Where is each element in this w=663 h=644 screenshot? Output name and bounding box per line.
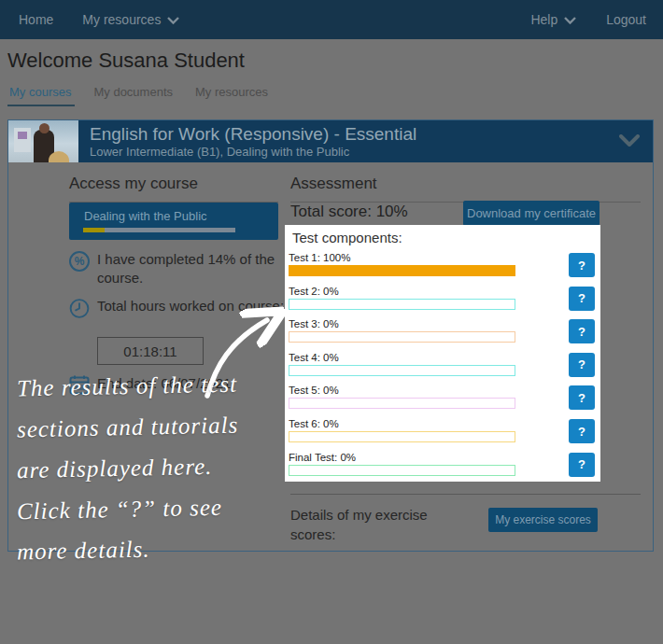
hours-value-box: 01:18:11 <box>97 337 204 365</box>
percent-icon: % <box>69 251 90 272</box>
assessment-divider <box>290 494 641 495</box>
test-row: Test 4: 0%? <box>289 352 597 384</box>
nav-home[interactable]: Home <box>19 12 53 27</box>
test-progress-bar <box>289 431 515 442</box>
test-label: Test 4: 0% <box>289 352 597 363</box>
chevron-down-icon <box>167 12 179 27</box>
collapse-chevron-icon[interactable] <box>619 133 640 150</box>
help-button[interactable]: ? <box>569 287 595 311</box>
page-title: Welcome Susana Student <box>7 49 245 73</box>
top-navbar: Home My resources Help Logout <box>0 0 663 39</box>
test-row: Test 1: 100%? <box>289 252 597 284</box>
test-label: Test 3: 0% <box>289 318 597 329</box>
test-label: Test 6: 0% <box>289 418 597 429</box>
tab-my-documents[interactable]: My documents <box>93 85 173 112</box>
help-button[interactable]: ? <box>569 353 595 377</box>
tab-my-resources[interactable]: My resources <box>195 85 268 112</box>
access-course-heading: Access my course <box>69 175 278 203</box>
module-button-dealing-with-public[interactable]: Dealing with the Public <box>69 203 278 240</box>
tab-my-courses[interactable]: My courses <box>9 85 71 112</box>
test-progress-bar <box>289 299 515 310</box>
nav-logout-label: Logout <box>606 12 646 27</box>
test-progress-bar <box>289 365 515 376</box>
help-button[interactable]: ? <box>569 453 595 477</box>
completed-text: I have completed 14% of the course. <box>97 250 289 287</box>
help-button[interactable]: ? <box>569 253 595 277</box>
test-row: Test 6: 0%? <box>289 418 597 450</box>
nav-help[interactable]: Help <box>530 12 576 27</box>
nav-my-resources-label: My resources <box>82 12 161 27</box>
hours-label: Total hours worked on course: <box>97 297 289 315</box>
test-label: Test 1: 100% <box>289 252 597 263</box>
clock-icon <box>69 298 90 318</box>
hours-value: 01:18:11 <box>123 343 176 359</box>
test-row: Test 2: 0%? <box>289 286 597 317</box>
test-progress-bar <box>289 465 515 476</box>
end-date-text: End date: 06/07/2021 <box>97 374 289 393</box>
module-progress-fill <box>83 228 105 232</box>
tab-bar: My courses My documents My resources <box>9 85 268 112</box>
course-thumbnail-image <box>8 120 78 162</box>
active-tab-underline <box>7 105 75 106</box>
course-title-block: English for Work (Responsive) - Essentia… <box>90 124 619 159</box>
exercise-scores-label: Details of my exercise scores: <box>290 505 444 544</box>
test-label: Test 5: 0% <box>289 385 597 396</box>
test-components-title: Test components: <box>292 230 402 245</box>
course-subtitle: Lower Intermediate (B1), Dealing with th… <box>90 145 619 159</box>
help-button[interactable]: ? <box>569 385 595 410</box>
module-progress-track <box>83 228 235 232</box>
module-button-label: Dealing with the Public <box>69 203 278 223</box>
test-progress-bar <box>289 398 515 409</box>
help-button[interactable]: ? <box>569 419 595 443</box>
help-button[interactable]: ? <box>569 319 595 343</box>
nav-home-label: Home <box>19 12 53 27</box>
download-certificate-button[interactable]: Download my certificate <box>463 201 600 226</box>
test-row: Test 5: 0%? <box>289 385 597 416</box>
test-row: Final Test: 0%? <box>289 452 597 483</box>
nav-my-resources[interactable]: My resources <box>82 12 179 27</box>
nav-logout[interactable]: Logout <box>606 12 646 27</box>
course-title: English for Work (Responsive) - Essentia… <box>90 124 619 145</box>
test-components-panel: Test components: Test 1: 100%?Test 2: 0%… <box>285 225 600 482</box>
test-label: Final Test: 0% <box>289 452 597 463</box>
calendar-icon <box>69 374 90 395</box>
test-progress-bar <box>289 265 515 276</box>
test-progress-bar <box>289 331 515 343</box>
assessment-heading: Assessment <box>290 175 641 203</box>
test-row: Test 3: 0%? <box>289 318 597 350</box>
nav-help-label: Help <box>530 12 557 27</box>
course-header[interactable]: English for Work (Responsive) - Essentia… <box>8 120 653 162</box>
test-label: Test 2: 0% <box>289 286 597 297</box>
my-exercise-scores-button[interactable]: My exercise scores <box>488 508 598 532</box>
total-score-text: Total score: 10% <box>290 203 408 221</box>
chevron-down-icon <box>564 12 576 27</box>
